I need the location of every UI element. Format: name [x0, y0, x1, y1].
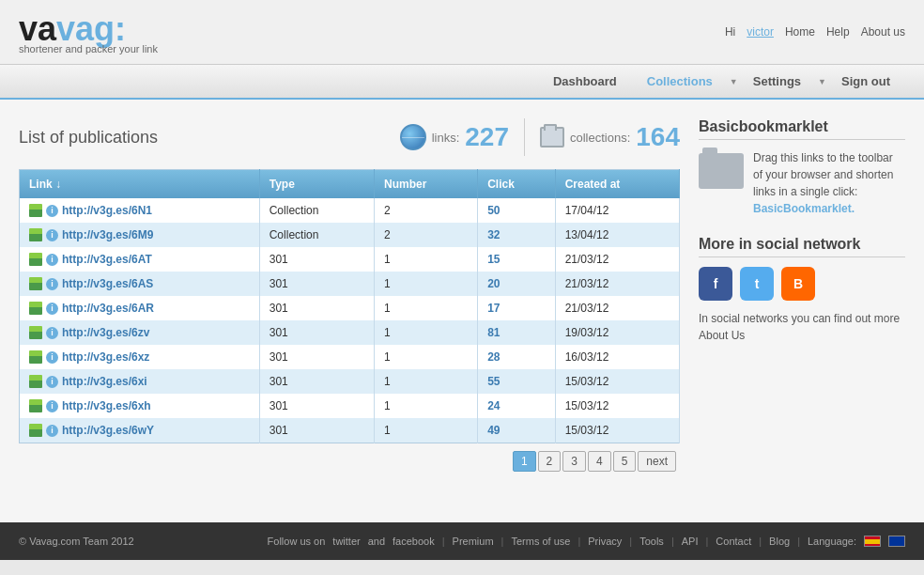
tagline: shortener and packer your link: [19, 43, 158, 54]
link-url[interactable]: http://v3g.es/6xi: [62, 375, 147, 388]
col-number[interactable]: Number: [375, 170, 478, 199]
pagination-page-3[interactable]: 3: [562, 451, 586, 472]
nav-settings-dropdown[interactable]: Settings ▼: [738, 65, 826, 98]
click-count: 28: [487, 350, 500, 364]
link-url[interactable]: http://v3g.es/6xh: [62, 399, 151, 412]
cell-number: 1: [375, 247, 478, 272]
cell-type: 301: [259, 394, 374, 418]
link-url[interactable]: http://v3g.es/6AR: [62, 302, 154, 315]
bookmarklet-link[interactable]: BasicBookmarklet.: [753, 202, 855, 215]
link-url[interactable]: http://v3g.es/6AS: [62, 277, 153, 290]
header: vavag: shortener and packer your link Hi…: [0, 0, 924, 65]
social-title: More in social network: [699, 236, 905, 257]
cell-number: 1: [375, 272, 478, 296]
contact-link[interactable]: Contact: [716, 536, 751, 547]
premium-link[interactable]: Premium: [453, 536, 494, 547]
link-url[interactable]: http://v3g.es/6N1: [62, 204, 152, 217]
table-row: i http://v3g.es/6AT 30111521/03/12: [20, 247, 680, 272]
flag-spanish[interactable]: [864, 536, 881, 547]
social-description: In social networks you can find out more…: [699, 310, 905, 344]
and-text: and: [368, 536, 385, 547]
info-icon[interactable]: i: [46, 376, 58, 388]
terms-link[interactable]: Terms of use: [511, 536, 570, 547]
cell-link: i http://v3g.es/6xh: [20, 394, 260, 418]
info-icon[interactable]: i: [46, 303, 58, 315]
nav-dashboard[interactable]: Dashboard: [538, 65, 632, 98]
cell-created: 15/03/12: [555, 394, 679, 418]
hi-label: Hi: [725, 25, 735, 39]
blog-link[interactable]: Blog: [769, 536, 790, 547]
cell-click: 81: [478, 320, 555, 345]
bar-chart-icon: [29, 277, 42, 290]
cell-created: 17/04/12: [555, 198, 679, 223]
click-count: 32: [487, 228, 500, 241]
nav-collections-dropdown[interactable]: Collections ▼: [632, 65, 738, 98]
facebook-icon[interactable]: f: [699, 267, 732, 301]
col-type[interactable]: Type: [259, 170, 374, 199]
col-click[interactable]: Click: [478, 170, 555, 199]
cell-click: 15: [478, 247, 555, 272]
sep5: |: [671, 536, 674, 547]
cell-number: 1: [375, 296, 478, 320]
link-url[interactable]: http://v3g.es/6M9: [62, 228, 153, 241]
info-icon[interactable]: i: [46, 254, 58, 266]
folder-icon: [699, 153, 744, 189]
pagination: 12345next: [19, 443, 680, 479]
table-row: i http://v3g.es/6N1 Collection25017/04/1…: [20, 198, 680, 223]
cell-click: 50: [478, 198, 555, 223]
col-link[interactable]: Link ↓: [20, 170, 260, 199]
sep2: |: [501, 536, 504, 547]
pagination-page-5[interactable]: 5: [613, 451, 637, 472]
api-link[interactable]: API: [682, 536, 699, 547]
info-icon[interactable]: i: [46, 351, 58, 364]
nav-signout[interactable]: Sign out: [826, 65, 905, 98]
facebook-link[interactable]: facebook: [393, 536, 435, 547]
click-count: 24: [487, 399, 500, 412]
about-link[interactable]: About us: [861, 25, 905, 39]
logo-colon: :: [115, 9, 126, 48]
cell-created: 16/03/12: [555, 345, 679, 369]
pagination-next[interactable]: next: [638, 451, 676, 472]
info-icon[interactable]: i: [46, 400, 58, 412]
nav-settings[interactable]: Settings: [738, 65, 816, 98]
cell-created: 21/03/12: [555, 272, 679, 296]
username-link[interactable]: victor: [747, 25, 774, 39]
pagination-page-1[interactable]: 1: [513, 451, 536, 472]
nav-collections[interactable]: Collections: [632, 65, 728, 100]
bar-chart-icon: [29, 399, 42, 412]
link-url[interactable]: http://v3g.es/6AT: [62, 253, 152, 266]
info-icon[interactable]: i: [46, 229, 58, 241]
pagination-page-4[interactable]: 4: [588, 451, 611, 472]
link-url[interactable]: http://v3g.es/6xz: [62, 350, 149, 364]
info-icon[interactable]: i: [46, 205, 58, 217]
help-link[interactable]: Help: [826, 25, 850, 39]
sep8: |: [797, 536, 800, 547]
privacy-link[interactable]: Privacy: [588, 536, 622, 547]
info-icon[interactable]: i: [46, 327, 58, 339]
cell-click: 17: [478, 296, 555, 320]
twitter-icon[interactable]: t: [740, 267, 774, 301]
bar-chart-icon: [29, 302, 42, 315]
link-url[interactable]: http://v3g.es/6wY: [62, 424, 154, 437]
logo-area: vavag: shortener and packer your link: [19, 9, 158, 54]
click-count: 49: [487, 424, 500, 437]
info-icon[interactable]: i: [46, 278, 58, 290]
tools-link[interactable]: Tools: [639, 536, 664, 547]
info-icon[interactable]: i: [46, 425, 58, 437]
cell-number: 1: [375, 418, 478, 443]
col-created[interactable]: Created at: [555, 170, 679, 199]
cell-number: 1: [375, 394, 478, 418]
page-title-bar: List of publications links: 227 collecti…: [19, 118, 680, 156]
bar-chart-icon: [29, 375, 42, 388]
twitter-link[interactable]: twitter: [332, 536, 360, 547]
pagination-page-2[interactable]: 2: [538, 451, 562, 472]
link-url[interactable]: http://v3g.es/6zv: [62, 326, 149, 339]
page-title: List of publications: [19, 128, 158, 148]
cell-type: 301: [259, 345, 374, 369]
bar-chart-icon: [29, 204, 42, 217]
home-link[interactable]: Home: [785, 25, 815, 39]
sep4: |: [629, 536, 632, 547]
flag-english[interactable]: [888, 536, 905, 547]
cell-link: i http://v3g.es/6AT: [20, 247, 260, 272]
blogger-icon[interactable]: B: [781, 267, 815, 301]
